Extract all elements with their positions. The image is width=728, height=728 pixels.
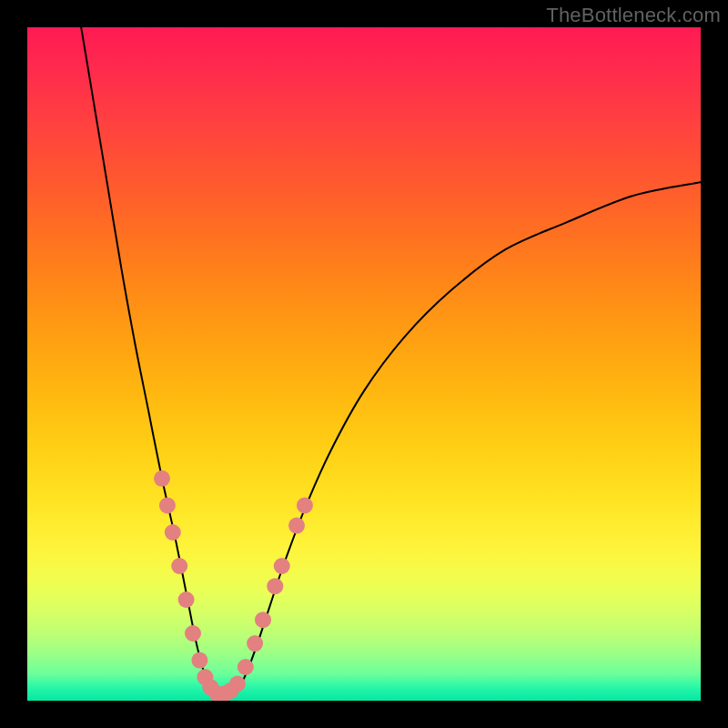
- data-point: [288, 518, 305, 534]
- data-point: [178, 592, 195, 608]
- bottleneck-chart: [27, 27, 701, 701]
- data-point: [297, 497, 313, 513]
- data-point: [159, 497, 176, 513]
- data-point: [267, 578, 283, 594]
- data-point: [191, 652, 207, 669]
- data-point: [255, 612, 271, 628]
- chart-frame: TheBottleneck.com: [0, 0, 728, 728]
- watermark-text: TheBottleneck.com: [546, 4, 721, 27]
- data-point: [165, 524, 181, 541]
- bottleneck-curve: [81, 27, 701, 695]
- plot-area: [27, 27, 701, 701]
- data-point: [171, 558, 187, 574]
- data-point: [247, 635, 263, 652]
- data-point: [238, 659, 254, 675]
- data-point: [274, 558, 290, 574]
- data-point: [154, 470, 170, 487]
- data-point: [229, 676, 246, 693]
- data-point: [185, 625, 201, 642]
